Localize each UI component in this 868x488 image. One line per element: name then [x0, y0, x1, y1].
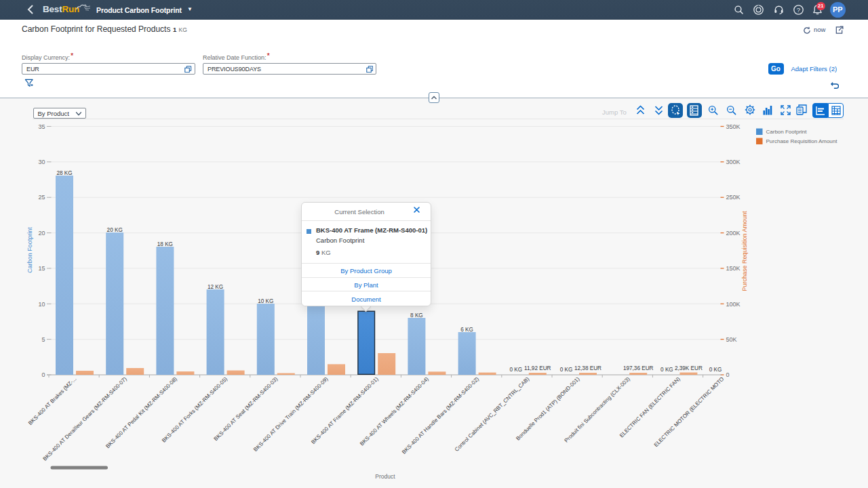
svg-text:12,38 EUR: 12,38 EUR: [574, 365, 601, 371]
svg-text:Carbon Footprint: Carbon Footprint: [26, 227, 33, 273]
svg-text:Product: Product: [375, 473, 395, 480]
svg-text:100K: 100K: [726, 301, 741, 308]
svg-text:250K: 250K: [726, 194, 741, 201]
svg-text:11,92 EUR: 11,92 EUR: [524, 365, 551, 371]
svg-text:?: ?: [797, 6, 800, 14]
svg-text:20 KG: 20 KG: [107, 227, 123, 233]
svg-text:8 KG: 8 KG: [410, 312, 423, 319]
svg-text:0: 0: [726, 371, 730, 378]
svg-text:0 KG: 0 KG: [560, 367, 573, 373]
svg-text:35: 35: [38, 123, 45, 130]
svg-text:28 KG: 28 KG: [56, 170, 72, 176]
svg-text:50K: 50K: [726, 336, 737, 343]
svg-text:0 KG: 0 KG: [709, 367, 722, 373]
svg-text:10 KG: 10 KG: [258, 298, 273, 304]
svg-text:0: 0: [41, 371, 45, 378]
svg-text:200K: 200K: [726, 230, 741, 237]
svg-text:20: 20: [38, 230, 45, 237]
svg-text:150K: 150K: [726, 265, 741, 272]
svg-text:18 KG: 18 KG: [157, 241, 173, 247]
svg-text:BKS-400 AT Brakes (MZ-...: BKS-400 AT Brakes (MZ-...: [27, 376, 77, 426]
svg-text:197,36 EUR: 197,36 EUR: [623, 365, 654, 371]
svg-text:25: 25: [38, 194, 45, 201]
svg-text:Carbon Footprint: Carbon Footprint: [766, 129, 808, 135]
svg-text:BKS-400 AT Derailleur Gears (M: BKS-400 AT Derailleur Gears (MZ-RM-S400-…: [42, 375, 128, 462]
svg-text:BKS-400 AT Handle Bars (MZ-RM-: BKS-400 AT Handle Bars (MZ-RM-S400-02): [401, 375, 480, 455]
svg-text:30: 30: [38, 159, 45, 165]
svg-text:350K: 350K: [726, 123, 741, 130]
svg-text:Purchase Requisition Amount: Purchase Requisition Amount: [766, 138, 838, 144]
svg-text:6 KG: 6 KG: [460, 327, 473, 333]
svg-text:2,39K EUR: 2,39K EUR: [675, 365, 703, 371]
svg-text:0 KG: 0 KG: [660, 367, 673, 373]
svg-text:10: 10: [38, 301, 45, 308]
svg-text:15: 15: [38, 265, 45, 272]
svg-text:Purchase Requisition Amount: Purchase Requisition Amount: [741, 211, 748, 291]
svg-text:5: 5: [41, 336, 45, 343]
svg-text:300K: 300K: [726, 159, 741, 165]
svg-text:12 KG: 12 KG: [208, 284, 223, 290]
svg-text:0 KG: 0 KG: [509, 367, 522, 373]
svg-text:ELECTRIC MOTOR (ELECTRIC MOTO: ELECTRIC MOTOR (ELECTRIC MOTO: [653, 376, 726, 449]
